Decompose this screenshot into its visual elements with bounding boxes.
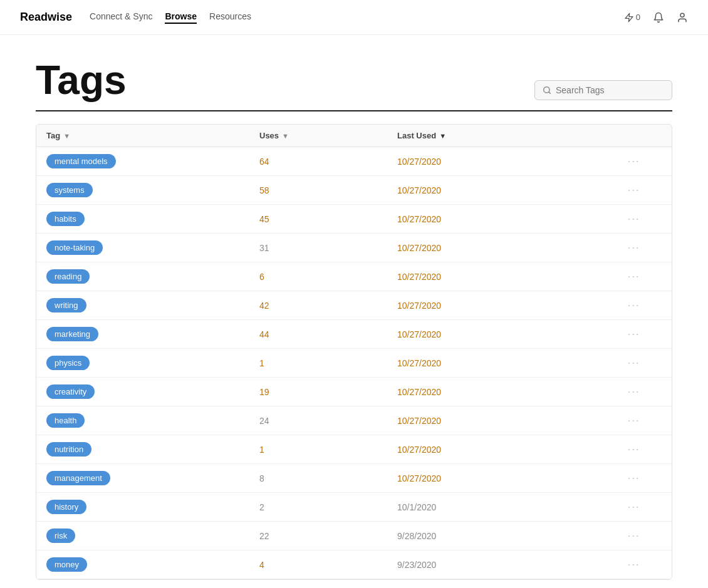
tag-badge[interactable]: creativity (46, 384, 95, 399)
cell-lastused: 10/27/2020 (397, 329, 624, 339)
cell-uses: 4 (259, 560, 397, 570)
nav-resources[interactable]: Resources (209, 11, 251, 24)
lastused-value: 10/27/2020 (397, 445, 441, 455)
table-header: Tag ▼ Uses ▼ Last Used ▼ (36, 125, 672, 147)
brand-logo[interactable]: Readwise (20, 11, 72, 24)
cell-lastused: 10/27/2020 (397, 185, 624, 195)
cell-tag: physics (46, 356, 259, 370)
col-header-tag[interactable]: Tag ▼ (46, 131, 259, 140)
nav-connect[interactable]: Connect & Sync (90, 11, 152, 24)
tag-badge[interactable]: history (46, 500, 86, 514)
page-content: Tags Tag ▼ Uses ▼ Last Used ▼ me (16, 35, 692, 588)
cell-actions: ··· (624, 529, 662, 543)
cell-uses: 22 (259, 531, 397, 541)
cell-tag: writing (46, 298, 259, 312)
more-button[interactable]: ··· (624, 414, 643, 428)
tag-badge[interactable]: nutrition (46, 442, 91, 456)
more-button[interactable]: ··· (624, 356, 643, 370)
cell-tag: nutrition (46, 442, 259, 456)
uses-value: 1 (259, 358, 264, 368)
cell-tag: risk (46, 529, 259, 543)
tag-badge[interactable]: habits (46, 212, 85, 226)
cell-uses: 8 (259, 473, 397, 483)
more-button[interactable]: ··· (624, 500, 643, 514)
cell-tag: mental models (46, 154, 259, 168)
cell-actions: ··· (624, 472, 662, 485)
tag-badge[interactable]: note-taking (46, 240, 103, 255)
more-button[interactable]: ··· (624, 385, 643, 399)
cell-lastused: 10/27/2020 (397, 301, 624, 311)
uses-value: 4 (259, 560, 264, 570)
svg-line-3 (549, 92, 551, 94)
cell-uses: 42 (259, 301, 397, 311)
cell-actions: ··· (624, 558, 662, 572)
lightning-badge[interactable]: 0 (624, 13, 640, 23)
cell-actions: ··· (624, 443, 662, 456)
cell-actions: ··· (624, 270, 662, 284)
more-button[interactable]: ··· (624, 328, 643, 341)
tag-badge[interactable]: money (46, 557, 87, 572)
tag-badge[interactable]: health (46, 413, 85, 428)
tag-badge[interactable]: physics (46, 356, 90, 370)
lastused-value: 10/27/2020 (397, 243, 441, 253)
cell-tag: health (46, 413, 259, 428)
table-row: money 4 9/23/2020 ··· (36, 550, 672, 579)
cell-lastused: 10/27/2020 (397, 272, 624, 282)
col-header-uses[interactable]: Uses ▼ (259, 131, 397, 140)
search-input[interactable] (556, 85, 664, 95)
cell-tag: habits (46, 212, 259, 226)
more-button[interactable]: ··· (624, 155, 643, 168)
more-button[interactable]: ··· (624, 558, 643, 572)
svg-point-1 (680, 13, 684, 17)
search-box[interactable] (534, 80, 672, 100)
uses-value: 64 (259, 157, 269, 167)
more-button[interactable]: ··· (624, 183, 643, 197)
lastused-value: 10/27/2020 (397, 473, 441, 483)
tag-badge[interactable]: reading (46, 269, 90, 284)
notification-icon[interactable] (653, 12, 664, 23)
more-button[interactable]: ··· (624, 241, 643, 255)
navbar-right: 0 (624, 12, 688, 23)
more-button[interactable]: ··· (624, 472, 643, 485)
table-row: reading 6 10/27/2020 ··· (36, 262, 672, 291)
more-button[interactable]: ··· (624, 443, 643, 456)
cell-tag: history (46, 500, 259, 514)
tag-badge[interactable]: risk (46, 529, 75, 543)
tag-badge[interactable]: writing (46, 298, 86, 312)
table-row: creativity 19 10/27/2020 ··· (36, 378, 672, 406)
nav-browse[interactable]: Browse (165, 11, 197, 24)
more-button[interactable]: ··· (624, 270, 643, 284)
cell-actions: ··· (624, 356, 662, 370)
uses-value: 31 (259, 243, 269, 253)
cell-uses: 45 (259, 214, 397, 224)
table-row: management 8 10/27/2020 ··· (36, 464, 672, 493)
more-button[interactable]: ··· (624, 212, 643, 226)
cell-uses: 44 (259, 329, 397, 339)
cell-tag: marketing (46, 327, 259, 341)
uses-value: 22 (259, 531, 269, 541)
page-title: Tags (36, 60, 127, 100)
cell-uses: 19 (259, 387, 397, 397)
cell-actions: ··· (624, 299, 662, 312)
lastused-value: 10/27/2020 (397, 329, 441, 339)
more-button[interactable]: ··· (624, 529, 643, 543)
lightning-count: 0 (636, 13, 640, 22)
tag-badge[interactable]: marketing (46, 327, 98, 341)
lastused-value: 10/27/2020 (397, 416, 441, 426)
cell-tag: management (46, 471, 259, 485)
col-uses-sort-icon: ▼ (282, 132, 289, 140)
cell-actions: ··· (624, 155, 662, 168)
tag-badge[interactable]: management (46, 471, 110, 485)
cell-actions: ··· (624, 241, 662, 255)
page-header: Tags (36, 60, 672, 100)
cell-lastused: 10/27/2020 (397, 473, 624, 483)
tag-badge[interactable]: systems (46, 183, 93, 197)
cell-actions: ··· (624, 212, 662, 226)
more-button[interactable]: ··· (624, 299, 643, 312)
col-tag-sort-icon: ▼ (63, 132, 70, 140)
user-icon[interactable] (677, 12, 688, 23)
cell-lastused: 10/27/2020 (397, 243, 624, 253)
col-header-lastused[interactable]: Last Used ▼ (397, 131, 624, 140)
col-tag-label: Tag (46, 131, 60, 140)
tag-badge[interactable]: mental models (46, 154, 116, 168)
